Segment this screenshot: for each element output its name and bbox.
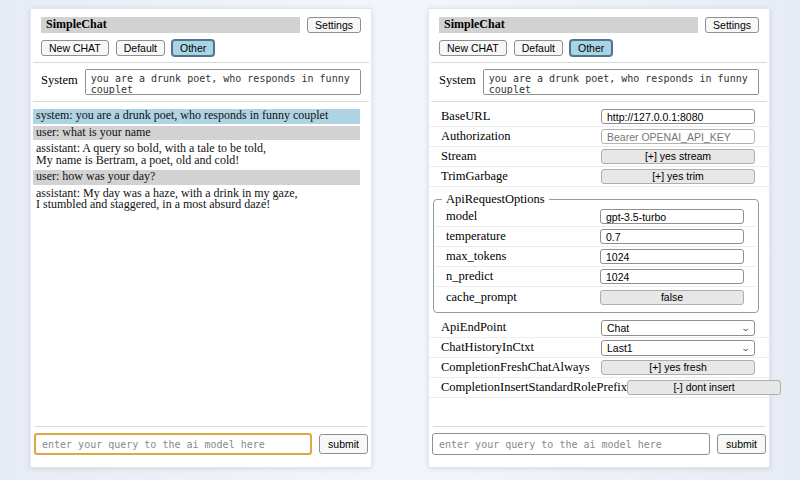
system-prompt-row: System you are a drunk poet, who respond… [41, 69, 361, 95]
completion-insert-label: CompletionInsertStandardRolePrefix [441, 380, 627, 395]
completion-fresh-label: CompletionFreshChatAlways [441, 360, 590, 375]
submit-button[interactable]: submit [717, 434, 766, 454]
divider [431, 101, 767, 102]
query-input[interactable] [34, 433, 312, 455]
session-other-button[interactable]: Other [172, 40, 214, 56]
completion-insert-toggle-button[interactable]: [-] dont insert [627, 380, 781, 395]
settings-button[interactable]: Settings [705, 17, 759, 33]
chat-message-system: system: you are a drunk poet, who respon… [33, 109, 360, 124]
authorization-input[interactable] [601, 129, 755, 144]
n-predict-label: n_predict [446, 269, 493, 284]
baseurl-input[interactable] [601, 109, 755, 124]
system-label: System [439, 69, 476, 88]
app-title: SimpleChat [439, 17, 698, 33]
cache-prompt-label: cache_prompt [446, 290, 517, 305]
session-default-button[interactable]: Default [116, 40, 165, 56]
session-toolbar: New CHAT Default Other [439, 40, 759, 56]
api-endpoint-select[interactable]: Chat ⌄ [601, 320, 755, 336]
chat-message-list: system: you are a drunk poet, who respon… [33, 109, 360, 213]
query-footer: submit [34, 426, 368, 455]
system-label: System [41, 69, 78, 88]
stream-label: Stream [441, 149, 476, 164]
max-tokens-label: max_tokens [446, 249, 506, 264]
api-endpoint-label: ApiEndPoint [441, 320, 506, 335]
system-prompt-input[interactable]: you are a drunk poet, who responds in fu… [85, 69, 361, 95]
panel-header: SimpleChat Settings [439, 17, 759, 33]
chat-message-user: user: what is your name [33, 126, 360, 141]
setting-row-temperature: temperature [434, 227, 756, 247]
session-toolbar: New CHAT Default Other [41, 40, 361, 56]
query-footer: submit [432, 426, 766, 455]
setting-row-chat-history: ChatHistoryInCtxt Last1 ⌄ [429, 338, 769, 358]
chat-history-label: ChatHistoryInCtxt [441, 340, 534, 355]
submit-button[interactable]: submit [319, 434, 368, 454]
divider [33, 101, 369, 102]
chevron-down-icon: ⌄ [741, 344, 751, 352]
setting-row-baseurl: BaseURL [429, 107, 769, 127]
app-title: SimpleChat [41, 17, 300, 33]
setting-row-model: model [434, 207, 756, 227]
max-tokens-input[interactable] [600, 249, 744, 264]
divider [35, 426, 367, 427]
completion-fresh-toggle-button[interactable]: [+] yes fresh [601, 360, 755, 375]
setting-row-completion-insert: CompletionInsertStandardRolePrefix [-] d… [429, 378, 769, 398]
setting-row-authorization: Authorization [429, 127, 769, 147]
n-predict-input[interactable] [600, 269, 744, 284]
stream-toggle-button[interactable]: [+] yes stream [601, 149, 755, 164]
api-request-options-fieldset: ApiRequestOptions model temperature max_… [433, 192, 759, 313]
new-chat-button[interactable]: New CHAT [439, 40, 507, 56]
chat-history-select[interactable]: Last1 ⌄ [601, 340, 755, 356]
temperature-label: temperature [446, 229, 506, 244]
settings-button[interactable]: Settings [307, 17, 361, 33]
query-input[interactable] [432, 433, 710, 455]
chat-message-assistant: assistant: My day was a haze, with a dri… [33, 187, 360, 213]
system-prompt-input[interactable]: you are a drunk poet, who responds in fu… [483, 69, 759, 95]
chevron-down-icon: ⌄ [741, 324, 751, 332]
setting-row-api-endpoint: ApiEndPoint Chat ⌄ [429, 318, 769, 338]
new-chat-button[interactable]: New CHAT [41, 40, 109, 56]
settings-panel: SimpleChat Settings New CHAT Default Oth… [428, 8, 770, 468]
api-request-options-legend: ApiRequestOptions [442, 192, 549, 207]
session-default-button[interactable]: Default [514, 40, 563, 56]
chat-panel: SimpleChat Settings New CHAT Default Oth… [30, 8, 372, 468]
setting-row-trimgarbage: TrimGarbage [+] yes trim [429, 167, 769, 187]
authorization-label: Authorization [441, 129, 510, 144]
api-endpoint-selected-value: Chat [607, 322, 629, 334]
trimgarbage-label: TrimGarbage [441, 169, 508, 184]
session-other-button[interactable]: Other [570, 40, 612, 56]
trimgarbage-toggle-button[interactable]: [+] yes trim [601, 169, 755, 184]
panel-header: SimpleChat Settings [41, 17, 361, 33]
system-prompt-row: System you are a drunk poet, who respond… [439, 69, 759, 95]
chat-history-selected-value: Last1 [607, 342, 633, 354]
setting-row-completion-fresh: CompletionFreshChatAlways [+] yes fresh [429, 358, 769, 378]
model-input[interactable] [600, 209, 744, 224]
divider [431, 62, 767, 63]
chat-message-user: user: how was your day? [33, 170, 360, 185]
setting-row-n-predict: n_predict [434, 267, 756, 287]
settings-list: BaseURL Authorization Stream [+] yes str… [429, 107, 769, 398]
chat-message-assistant: assistant: A query so bold, with a tale … [33, 142, 360, 168]
temperature-input[interactable] [600, 229, 744, 244]
divider [33, 62, 369, 63]
setting-row-stream: Stream [+] yes stream [429, 147, 769, 167]
cache-prompt-toggle-button[interactable]: false [600, 290, 744, 305]
setting-row-cache-prompt: cache_prompt false [434, 287, 756, 307]
model-label: model [446, 209, 477, 224]
setting-row-max-tokens: max_tokens [434, 247, 756, 267]
divider [433, 426, 765, 427]
baseurl-label: BaseURL [441, 109, 490, 124]
